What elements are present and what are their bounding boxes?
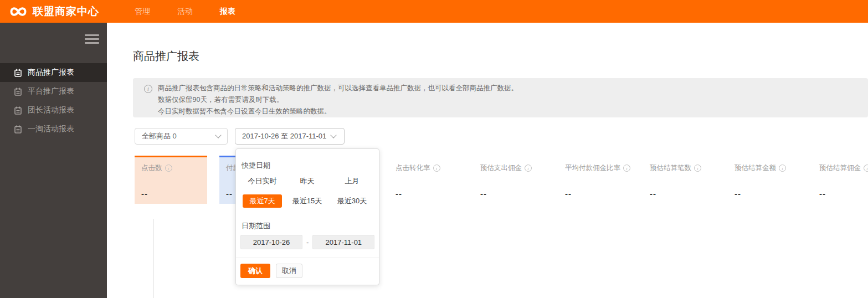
page-title: 商品推广报表 [133,49,199,64]
metric-card-est-settle-amount[interactable]: 预估结算金额i -- [728,156,800,204]
metric-card-avg-commission-rate[interactable]: 平均付款佣金比率i -- [558,156,631,204]
brand: 联盟商家中心 [9,0,99,23]
report-doc-icon [14,88,22,96]
metric-label: 预估结算笔数 [650,163,691,173]
date-range-value: 2017-10-26 至 2017-11-01 [242,131,326,141]
report-doc-icon [14,106,22,115]
metric-label: 预估结算佣金 [819,163,861,173]
date-range-inputs: - [240,235,374,249]
quick-option-last-15-days[interactable]: 最近15天 [286,194,328,208]
info-icon[interactable]: i [864,165,868,172]
sidebar: 商品推广报表 平台推广报表 [0,23,107,298]
brand-title: 联盟商家中心 [33,4,99,19]
info-icon[interactable]: i [525,165,532,172]
metric-card-est-commission-paid[interactable]: 预估支出佣金i -- [474,156,546,204]
brand-logo-icon [9,5,28,18]
info-icon[interactable]: i [165,165,172,172]
top-header: 联盟商家中心 管理 活动 报表 [0,0,868,23]
menu-toggle-icon[interactable] [85,34,99,44]
start-date-input[interactable] [240,235,302,249]
sidebar-item-product-report[interactable]: 商品推广报表 [0,63,107,82]
info-banner-line: 商品推广报表包含商品的日常策略和活动策略的推广数据，可以选择查看单品推广数据，也… [158,83,857,94]
chart-axis-line [153,219,154,298]
quick-option-last-month[interactable]: 上月 [338,174,366,188]
product-select[interactable]: 全部商品 0 [135,128,228,145]
info-icon[interactable]: i [779,165,786,172]
chevron-down-icon [331,132,337,138]
cancel-button[interactable]: 取消 [276,264,302,278]
info-banner-line: 今日实时数据暂不包含今日设置今日生效的策略的数据。 [158,106,857,117]
date-range-title: 日期范围 [242,221,270,231]
metric-value: -- [650,189,656,198]
metric-value: -- [480,189,487,198]
report-doc-icon [14,125,22,133]
quick-option-last-7-days[interactable]: 最近7天 [243,194,281,208]
metric-label: 预估结算金额 [735,163,776,173]
date-picker-popup: 快捷日期 今日实时 昨天 上月 最近7天 最近15天 最近30天 日期范围 - … [235,148,379,285]
date-range-separator: - [306,238,309,246]
metric-value: -- [565,189,572,198]
sidebar-item-label: 平台推广报表 [28,86,74,96]
metric-label: 点击数 [141,163,162,173]
info-icon[interactable]: i [694,165,701,172]
sidebar-item-etao-activity-report[interactable]: 一淘活动报表 [0,120,107,138]
sidebar-item-label: 团长活动报表 [28,105,74,115]
quick-date-options: 今日实时 昨天 上月 最近7天 最近15天 最近30天 [240,174,375,208]
metric-value: -- [735,189,741,198]
sidebar-item-platform-report[interactable]: 平台推广报表 [0,82,107,101]
info-icon: i [144,85,152,93]
metric-value: -- [819,189,826,198]
top-nav: 管理 活动 报表 [135,0,235,23]
metric-card-est-settle-commission[interactable]: 预估结算佣金i -- [813,156,868,204]
end-date-input[interactable] [312,235,374,249]
metric-label: 预估支出佣金 [480,163,522,173]
nav-item-activity[interactable]: 活动 [177,7,193,17]
confirm-button[interactable]: 确认 [240,264,270,278]
quick-option-last-30-days[interactable]: 最近30天 [331,194,373,208]
page: 联盟商家中心 管理 活动 报表 [0,0,868,298]
popup-footer: 确认 取消 [240,264,302,278]
quick-option-today[interactable]: 今日实时 [242,174,284,188]
metric-value: -- [141,189,148,198]
sidebar-item-label: 商品推广报表 [28,68,74,78]
metric-card-clicks[interactable]: 点击数i -- [135,156,207,204]
quick-date-title: 快捷日期 [242,161,270,171]
metric-card-click-conversion[interactable]: 点击转化率i -- [389,156,461,204]
metric-value: -- [226,189,233,198]
product-select-value: 全部商品 0 [142,131,177,141]
sidebar-item-label: 一淘活动报表 [28,124,74,134]
nav-item-manage[interactable]: 管理 [135,7,150,17]
info-icon[interactable]: i [623,165,630,172]
info-banner-line: 数据仅保留90天，若有需要请及时下载。 [158,94,857,106]
date-range-select[interactable]: 2017-10-26 至 2017-11-01 [235,128,345,145]
chevron-down-icon [215,132,221,138]
info-banner: i 商品推广报表包含商品的日常策略和活动策略的推广数据，可以选择查看单品推广数据… [133,78,868,117]
metric-card-est-settle-count[interactable]: 预估结算笔数i -- [643,156,716,204]
popup-divider [236,258,379,258]
info-icon[interactable]: i [433,165,440,172]
sidebar-menu: 商品推广报表 平台推广报表 [0,63,107,138]
quick-option-yesterday[interactable]: 昨天 [294,174,321,188]
metric-label: 点击转化率 [396,163,430,173]
nav-item-report[interactable]: 报表 [220,7,235,17]
metric-value: -- [396,189,402,198]
sidebar-item-leader-activity-report[interactable]: 团长活动报表 [0,101,107,120]
metric-label: 平均付款佣金比率 [565,163,620,173]
report-doc-icon [14,69,22,77]
